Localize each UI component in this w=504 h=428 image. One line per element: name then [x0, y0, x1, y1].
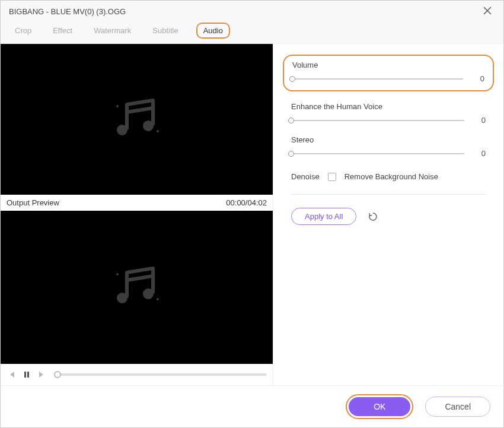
skip-back-icon [7, 370, 15, 379]
tab-crop[interactable]: Crop [11, 23, 35, 39]
volume-label: Volume [292, 61, 484, 69]
tab-effect[interactable]: Effect [49, 23, 76, 39]
slider-thumb[interactable] [288, 118, 294, 123]
prev-button[interactable] [7, 370, 16, 379]
reset-button[interactable] [367, 211, 379, 223]
cancel-button[interactable]: Cancel [425, 397, 490, 417]
time-display: 00:00/04:02 [226, 198, 267, 207]
tab-watermark[interactable]: Watermark [90, 23, 135, 39]
divider [291, 194, 486, 195]
titlebar: BIGBANG - BLUE MV(0) (3).OGG [1, 1, 503, 20]
enhance-label: Enhance the Human Voice [291, 102, 486, 111]
output-preview [1, 211, 273, 364]
stereo-label: Stereo [291, 135, 486, 144]
volume-value: 0 [470, 74, 484, 83]
tab-subtitle[interactable]: Subtitle [149, 23, 181, 39]
right-panel: Volume 0 Enhance the Human Voice 0 Stere… [273, 44, 503, 385]
denoise-checkbox-label: Remove Background Noise [344, 172, 438, 181]
main-area: Output Preview 00:00/04:02 [1, 44, 503, 385]
svg-point-1 [143, 121, 154, 131]
close-icon [483, 7, 492, 15]
svg-point-3 [143, 288, 154, 299]
denoise-label: Denoise [291, 172, 320, 181]
slider-thumb[interactable] [289, 76, 295, 82]
output-preview-label: Output Preview [7, 198, 59, 207]
volume-slider[interactable] [292, 78, 463, 80]
ok-highlight: OK [346, 394, 413, 419]
param-enhance-voice: Enhance the Human Voice 0 [291, 102, 486, 125]
window-title: BIGBANG - BLUE MV(0) (3).OGG [9, 7, 126, 16]
footer: OK Cancel [1, 385, 503, 427]
tab-bar: Crop Effect Watermark Subtitle Audio [1, 20, 503, 44]
param-volume: Volume 0 [283, 55, 494, 91]
left-panel: Output Preview 00:00/04:02 [1, 44, 273, 385]
apply-row: Apply to All [291, 208, 486, 225]
stereo-value: 0 [471, 149, 486, 158]
tab-audio[interactable]: Audio [196, 23, 230, 39]
close-button[interactable] [480, 5, 495, 18]
music-icon [110, 264, 164, 311]
param-stereo: Stereo 0 [291, 135, 486, 158]
refresh-icon [368, 211, 378, 222]
slider-thumb[interactable] [288, 151, 294, 157]
apply-to-all-button[interactable]: Apply to All [291, 208, 356, 225]
ok-button[interactable]: OK [349, 397, 410, 416]
denoise-checkbox[interactable] [328, 173, 336, 181]
svg-rect-4 [24, 372, 26, 378]
stereo-slider[interactable] [291, 153, 464, 154]
param-denoise: Denoise Remove Background Noise [291, 172, 486, 181]
progress-slider[interactable] [58, 373, 267, 376]
enhance-value: 0 [471, 116, 486, 125]
playback-controls [1, 364, 273, 385]
pause-button[interactable] [22, 370, 31, 379]
svg-rect-5 [27, 372, 29, 378]
svg-point-0 [117, 125, 127, 135]
progress-thumb[interactable] [54, 371, 61, 378]
editor-window: BIGBANG - BLUE MV(0) (3).OGG Crop Effect… [0, 0, 504, 428]
enhance-slider[interactable] [291, 120, 464, 121]
music-icon [110, 96, 164, 143]
svg-point-2 [117, 293, 127, 303]
preview-info-bar: Output Preview 00:00/04:02 [1, 195, 273, 211]
skip-forward-icon [38, 370, 46, 379]
source-preview [1, 44, 273, 195]
pause-icon [23, 370, 31, 379]
next-button[interactable] [37, 370, 47, 379]
